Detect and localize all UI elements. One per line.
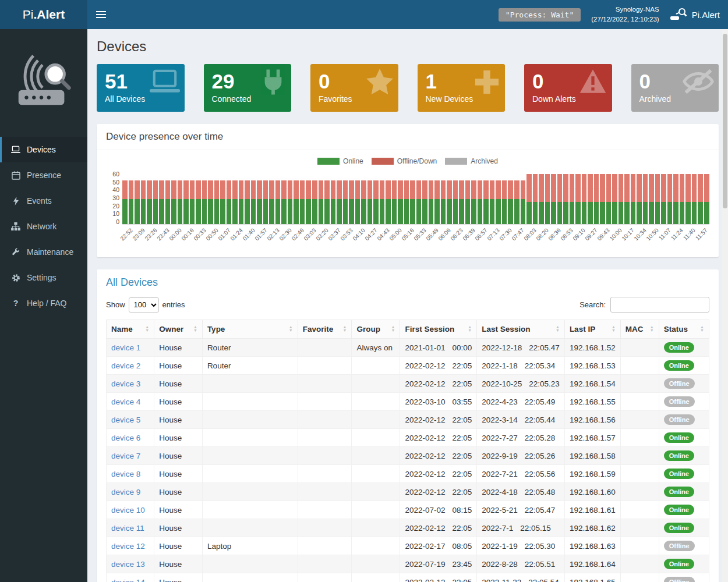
chart-bar xyxy=(294,180,299,224)
table-row[interactable]: device 14House2022-02-1222:052022-11-222… xyxy=(107,573,709,582)
device-name-link[interactable]: device 13 xyxy=(107,555,154,573)
device-name-link[interactable]: device 8 xyxy=(107,465,154,483)
device-name-link[interactable]: device 11 xyxy=(107,519,154,537)
column-header-first-session[interactable]: First Session▲▼ xyxy=(400,320,477,339)
device-name-link[interactable]: device 12 xyxy=(107,537,154,555)
device-name-link[interactable]: device 5 xyxy=(107,411,154,429)
card-favorites[interactable]: 0 Favorites xyxy=(310,64,398,112)
chart-bar xyxy=(312,180,317,224)
status-badge: Online xyxy=(664,469,694,479)
sort-icon: ▲▼ xyxy=(193,325,197,332)
table-row[interactable]: device 12HouseLaptop2022-02-1708:052022-… xyxy=(107,537,709,555)
chart-bar xyxy=(551,174,556,224)
chart-bar xyxy=(594,174,599,224)
chart-bar xyxy=(685,174,691,224)
chart-bar xyxy=(153,180,158,224)
column-header-last-ip[interactable]: Last IP▲▼ xyxy=(564,320,620,339)
chart-bar xyxy=(533,174,538,224)
entries-suffix: entries xyxy=(162,300,185,309)
chart-bar xyxy=(631,174,636,224)
column-header-owner[interactable]: Owner▲▼ xyxy=(154,320,203,339)
sidebar-item-label: Maintenance xyxy=(27,247,73,257)
sort-icon: ▲▼ xyxy=(289,325,293,332)
table-row[interactable]: device 1HouseRouterAlways on2021-01-0100… xyxy=(107,339,709,357)
devices-table: Name▲▼Owner▲▼Type▲▼Favorite▲▼Group▲▼Firs… xyxy=(106,320,709,582)
chart-bar xyxy=(122,180,128,224)
chart-bar xyxy=(324,180,330,224)
chart-bar xyxy=(183,180,189,224)
card-down-alerts[interactable]: 0 Down Alerts xyxy=(524,64,612,112)
device-name-link[interactable]: device 10 xyxy=(107,501,154,519)
legend-item[interactable]: Online xyxy=(317,157,363,165)
device-name-link[interactable]: device 9 xyxy=(107,483,154,501)
sidebar-item-devices[interactable]: Devices xyxy=(0,137,87,162)
scrollbar-thumb[interactable] xyxy=(723,34,727,208)
chart-bar xyxy=(171,180,176,224)
chart-bar xyxy=(220,180,225,224)
chart-bar xyxy=(178,180,183,224)
status-badge: Offline xyxy=(664,541,695,551)
column-header-favorite[interactable]: Favorite▲▼ xyxy=(298,320,352,339)
pialert-logo-icon xyxy=(670,7,687,23)
device-name-link[interactable]: device 7 xyxy=(107,447,154,465)
chart-bar xyxy=(331,180,336,224)
chart-bar xyxy=(612,174,617,224)
chart-bar xyxy=(404,180,409,224)
chart-bar xyxy=(263,180,268,224)
table-row[interactable]: device 2HouseRouter2022-02-1222:052022-1… xyxy=(107,357,709,375)
card-archived[interactable]: 0 Archived xyxy=(631,64,719,112)
device-name-link[interactable]: device 3 xyxy=(107,375,154,393)
table-row[interactable]: device 10House2022-07-0208:152022-5-2122… xyxy=(107,501,709,519)
table-row[interactable]: device 7House2022-02-1222:052022-9-1922:… xyxy=(107,447,709,465)
table-row[interactable]: device 8House2022-02-1222:052022-7-2122:… xyxy=(107,465,709,483)
device-name-link[interactable]: device 4 xyxy=(107,393,154,411)
vertical-scrollbar[interactable] xyxy=(722,29,728,582)
chart-bar xyxy=(159,180,164,224)
table-row[interactable]: device 5House2022-02-1222:052022-3-1422:… xyxy=(107,411,709,429)
card-connected[interactable]: 29 Connected xyxy=(204,64,292,112)
device-name-link[interactable]: device 14 xyxy=(107,573,154,582)
table-row[interactable]: device 4House2022-03-1003:552022-4-2322:… xyxy=(107,393,709,411)
sidebar-item-settings[interactable]: Settings xyxy=(0,265,87,290)
app-logo[interactable]: Pi.Alert xyxy=(0,0,87,29)
chart-bar xyxy=(349,180,354,224)
column-header-mac[interactable]: MAC▲▼ xyxy=(620,320,659,339)
device-name-link[interactable]: device 6 xyxy=(107,429,154,447)
legend-item[interactable]: Archived xyxy=(445,157,498,165)
column-header-type[interactable]: Type▲▼ xyxy=(202,320,298,339)
legend-item[interactable]: Offline/Down xyxy=(372,157,437,165)
table-row[interactable]: device 13House2022-07-1923:452022-8-2822… xyxy=(107,555,709,573)
entries-select[interactable]: 100 xyxy=(129,297,159,313)
calendar-icon xyxy=(10,171,21,180)
column-header-name[interactable]: Name▲▼ xyxy=(107,320,154,339)
sidebar-item-maintenance[interactable]: Maintenance xyxy=(0,239,87,265)
chart-bar xyxy=(141,180,146,224)
card-all-devices[interactable]: 51 All Devices xyxy=(97,64,185,112)
hamburger-menu-icon[interactable] xyxy=(87,0,114,29)
table-title: All Devices xyxy=(106,276,709,289)
table-row[interactable]: device 9House2022-02-1222:052022-4-1822:… xyxy=(107,483,709,501)
laptop-icon xyxy=(150,69,180,97)
sidebar-item-events[interactable]: Events xyxy=(0,188,87,214)
chart-bar xyxy=(398,180,403,224)
sidebar-item-presence[interactable]: Presence xyxy=(0,162,87,188)
sidebar-item-help[interactable]: ? Help / FAQ xyxy=(0,290,87,316)
sidebar-item-label: Settings xyxy=(27,273,56,282)
table-row[interactable]: device 6House2022-02-1222:052022-7-2722:… xyxy=(107,429,709,447)
sidebar-item-network[interactable]: Network xyxy=(0,214,87,239)
device-name-link[interactable]: device 2 xyxy=(107,357,154,375)
question-icon: ? xyxy=(10,299,21,308)
column-header-group[interactable]: Group▲▼ xyxy=(352,320,400,339)
column-header-status[interactable]: Status▲▼ xyxy=(659,320,709,339)
search-input[interactable] xyxy=(610,297,709,313)
sort-icon: ▲▼ xyxy=(391,325,395,332)
card-new-devices[interactable]: 1 New Devices xyxy=(418,64,506,112)
column-header-last-session[interactable]: Last Session▲▼ xyxy=(477,320,565,339)
chart-bar xyxy=(135,180,140,224)
device-name-link[interactable]: device 1 xyxy=(107,339,154,357)
topbar-brand[interactable]: Pi.Alert xyxy=(670,7,720,23)
table-row[interactable]: device 11House2022-02-1222:052022-7-122:… xyxy=(107,519,709,537)
chart-bar xyxy=(649,174,654,224)
chart-bar xyxy=(269,180,274,224)
table-row[interactable]: device 3House2022-02-1222:052022-10-2522… xyxy=(107,375,709,393)
